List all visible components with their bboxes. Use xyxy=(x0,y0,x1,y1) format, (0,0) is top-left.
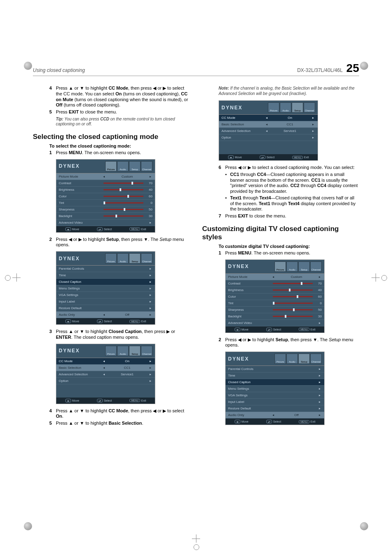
osd-row: Picture Mode◂Custom▸ xyxy=(56,173,155,180)
bullet-cc1-cc4: • CC1 through CC4—Closed captioning appe… xyxy=(225,172,359,194)
osd-row: Basic Selection◂CC1▸ xyxy=(56,365,155,371)
osd-cc-menu-right: DYNEX Picture Audio Setup Channel CC Mod… xyxy=(219,100,318,161)
osd-row: Advanced Video▸ xyxy=(56,220,155,226)
print-corner-tl xyxy=(24,62,32,70)
heading-selecting-cc-mode: Selecting the closed captioning mode xyxy=(33,133,190,141)
osd-row: Time▸ xyxy=(226,372,324,379)
osd-row: Color60 xyxy=(226,294,324,300)
osd-row: Sharpness50 xyxy=(226,307,324,313)
osd-row: Restore Default▸ xyxy=(56,305,155,312)
heading-customizing-cc: Customizing digital TV closed captioning… xyxy=(202,225,359,241)
r-step-1: 1 Press MENU. The on-screen menu opens. xyxy=(219,250,359,256)
osd-tab-setup: Setup xyxy=(129,161,141,171)
osd-row: Color60 xyxy=(56,193,155,200)
osd-picture-menu: DYNEX Picture Audio Setup Channel Pictur… xyxy=(56,159,155,233)
osd-row: Option▸ xyxy=(219,134,318,141)
osd-tab-audio: Audio xyxy=(117,161,129,171)
osd-row: Closed Caption▸ xyxy=(56,279,155,285)
bullet-text1-text4: • Text1 through Text4—Closed captioning … xyxy=(225,195,359,212)
registration-mark-left xyxy=(12,273,21,282)
osd-row: Backlight30 xyxy=(56,213,155,220)
registration-mark-right xyxy=(371,273,380,282)
osd-cc-menu: DYNEX Picture Audio Setup Channel CC Mod… xyxy=(56,344,155,404)
subheading-customize-cc: To customize digital TV closed captionin… xyxy=(219,244,359,249)
print-corner-tr xyxy=(360,62,368,70)
osd-row: Restore Default▸ xyxy=(226,405,324,412)
registration-mark-bottom xyxy=(192,534,200,543)
step-5-prev: 5 Press EXIT to close the menu. xyxy=(49,109,190,115)
osd-row: Advanced Selection◂Service1▸ xyxy=(219,128,318,134)
osd-row: Contrast70 xyxy=(226,280,324,287)
osd-row: VGA Settings▸ xyxy=(226,392,324,399)
osd-setup-menu-1: DYNEX Picture Audio Setup Channel Parent… xyxy=(56,251,155,325)
osd-row: Closed Caption▸ xyxy=(226,379,324,386)
page-header: Using closed captioning DX-32L/37L/40L/4… xyxy=(33,62,359,76)
osd-row: Time▸ xyxy=(56,272,155,279)
osd-row: Backlight30 xyxy=(226,313,324,320)
osd-row: Brightness40 xyxy=(56,187,155,193)
osd-row: Audio Only◂Off▸ xyxy=(56,312,155,318)
tip-ccd: Tip: You can also press CCD on the remot… xyxy=(56,117,190,127)
osd-row: Sharpness50 xyxy=(56,206,155,213)
osd-logo: DYNEX xyxy=(59,163,105,169)
header-right: DX-32L/37L/40L/46L 25 xyxy=(297,62,359,75)
note-analog: Note: If the channel is analog, the Basi… xyxy=(219,86,359,96)
step-5: 5 Press ▲ or ▼ to highlight Basic Select… xyxy=(49,421,190,426)
r-step-2: 2 Press ◀ or ▶ to highlight Setup, then … xyxy=(219,337,359,349)
osd-row: Input Label▸ xyxy=(56,298,155,305)
osd-tab-channel: Channel xyxy=(141,161,152,171)
osd-row: Advanced Video▸ xyxy=(226,320,324,326)
step-7: 7 Press EXIT to close the menu. xyxy=(219,213,359,219)
osd-row: CC Mode◂On▸ xyxy=(56,358,155,365)
osd-row: Tint0 xyxy=(226,300,324,307)
osd-tab-picture: Picture xyxy=(105,161,117,171)
osd-row: Parental Controls▸ xyxy=(56,266,155,272)
print-corner-bl xyxy=(24,522,32,530)
header-model: DX-32L/37L/40L/46L xyxy=(297,67,342,73)
osd-row: Menu Settings▸ xyxy=(56,285,155,292)
header-section: Using closed captioning xyxy=(33,67,85,73)
page-number: 25 xyxy=(346,62,359,74)
osd-row: Advanced Selection◂Service1▸ xyxy=(56,371,155,378)
step-4: 4 Press ▲ or ▼ to highlight CC Mode, the… xyxy=(49,408,190,420)
osd-row: Picture Mode◂Custom▸ xyxy=(226,274,324,280)
osd-row: Option▸ xyxy=(56,378,155,384)
osd-row: Tint0 xyxy=(56,200,155,206)
osd-row: Basic Selection◂CC1▸ xyxy=(219,121,318,128)
step-6: 6 Press ◀ or ▶ to select a closed captio… xyxy=(219,165,359,171)
osd-row: Input Label▸ xyxy=(226,399,324,405)
osd-row: Brightness40 xyxy=(226,287,324,294)
osd-row: Parental Controls▸ xyxy=(226,366,324,372)
print-corner-br xyxy=(360,522,368,530)
osd-picture-menu-2: DYNEX Picture Audio Setup Channel Pictur… xyxy=(225,259,325,333)
step-4-prev: 4 Press ▲ or ▼ to highlight CC Mode, the… xyxy=(49,86,190,108)
step-3: 3 Press ▲ or ▼ to highlight Closed Capti… xyxy=(49,329,190,340)
osd-setup-menu-2: DYNEX Picture Audio Setup Channel Parent… xyxy=(225,352,325,425)
step-2: 2 Press ◀ or ▶ to highlight Setup, then … xyxy=(49,237,190,248)
osd-row: Menu Settings▸ xyxy=(226,386,324,392)
step-1: 1 Press MENU. The on-screen menu opens. xyxy=(49,150,190,156)
osd-row: VGA Settings▸ xyxy=(56,292,155,298)
osd-row: CC Mode◂On▸ xyxy=(219,115,318,121)
osd-row: Audio Only◂Off▸ xyxy=(226,412,324,419)
osd-row: Contrast70 xyxy=(56,180,155,187)
subheading-select-cc: To select the closed captioning mode: xyxy=(49,143,190,148)
